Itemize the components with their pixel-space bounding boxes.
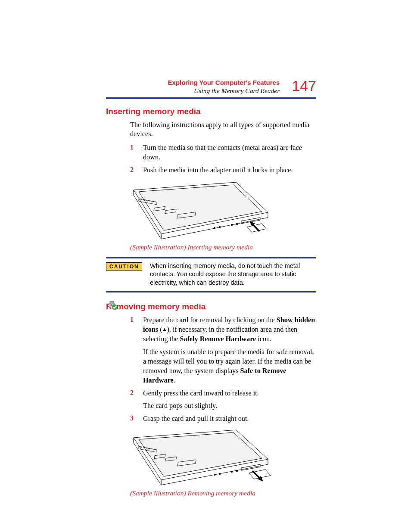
step-text: Turn the media so that the contacts (met… (143, 143, 316, 162)
up-triangle-icon: ▲ (162, 326, 167, 333)
step-number: 2 (130, 389, 143, 411)
chapter-section: Using the Memory Card Reader (168, 87, 280, 95)
intro-paragraph: The following instructions apply to all … (130, 121, 316, 140)
header-rule (106, 97, 316, 99)
step-number: 1 (130, 316, 143, 385)
svg-point-6 (236, 223, 238, 225)
heading-inserting: Inserting memory media (106, 107, 316, 116)
svg-point-14 (219, 473, 221, 475)
page-number: 147 (292, 78, 316, 94)
chapter-title: Exploring Your Computer's Features (168, 78, 280, 87)
step-2: 2 Push the media into the adapter until … (130, 166, 316, 175)
step-text: Grasp the card and pull it straight out. (143, 414, 249, 424)
svg-rect-7 (110, 301, 114, 303)
step-2: 2 Gently press the card inward to releas… (130, 389, 316, 411)
svg-point-3 (214, 227, 215, 229)
safely-remove-hardware-icon (109, 301, 118, 312)
step-text: Push the media into the adapter until it… (143, 166, 293, 175)
svg-point-13 (214, 474, 215, 476)
step-text: Prepare the card for removal by clicking… (143, 316, 316, 385)
heading-removing: Removing memory media (106, 302, 316, 311)
step-1: 1 Turn the media so that the contacts (m… (130, 143, 316, 162)
caution-box: CAUTION When inserting memory media, do … (106, 257, 316, 293)
step-number: 3 (130, 414, 143, 424)
step-1: 1 Prepare the card for removal by clicki… (130, 316, 316, 385)
figure-caption: (Sample Illustration) Inserting memory m… (130, 243, 316, 251)
figure-caption: (Sample Illustration) Removing memory me… (130, 489, 316, 497)
step-text: Gently press the card inward to release … (143, 389, 259, 411)
svg-point-16 (236, 470, 238, 472)
illustration-inserting (130, 180, 316, 242)
svg-point-4 (219, 226, 221, 228)
step-number: 2 (130, 166, 143, 175)
caution-text: When inserting memory media, do not touc… (150, 262, 316, 287)
svg-point-15 (231, 471, 233, 473)
step-number: 1 (130, 143, 143, 162)
step-3: 3 Grasp the card and pull it straight ou… (130, 414, 316, 424)
caution-label: CAUTION (106, 262, 142, 271)
page-header: Exploring Your Computer's Features Using… (106, 78, 316, 95)
illustration-removing (130, 429, 316, 488)
svg-point-5 (231, 224, 233, 226)
